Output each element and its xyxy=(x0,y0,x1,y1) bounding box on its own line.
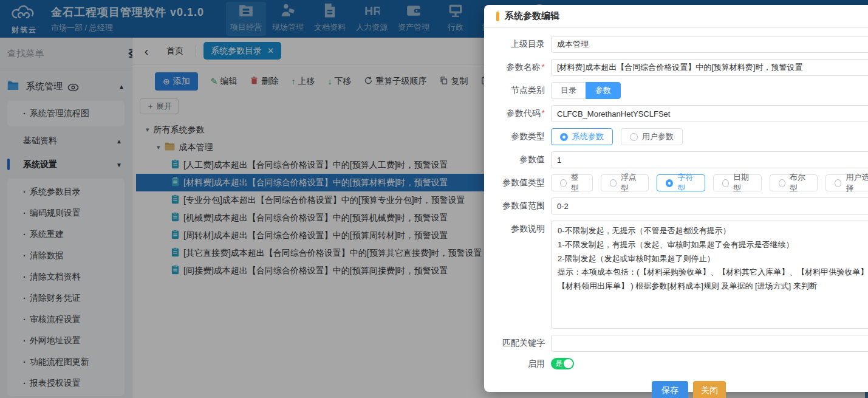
value-type-integer-radio[interactable]: 整型 xyxy=(551,174,593,191)
param-code-input[interactable] xyxy=(551,105,868,122)
enabled-label: 启用 xyxy=(489,359,545,369)
dialog-title: 系统参数编辑 xyxy=(505,10,559,22)
keyword-input[interactable] xyxy=(551,335,868,352)
dialog-body: 上级目录 参数名称* 节点类别 目录 参数 参数代码* 参数类型 系统参数 用户… xyxy=(484,28,868,398)
form-row-range: 参数值范围 xyxy=(489,197,868,214)
param-edit-dialog: 系统参数编辑 上级目录 参数名称* 节点类别 目录 参数 参数代码* 参数类型 … xyxy=(484,5,868,392)
radio-icon xyxy=(779,179,785,187)
radio-icon xyxy=(610,179,617,187)
required-marker: * xyxy=(542,108,545,118)
parent-dir-input[interactable] xyxy=(551,36,868,53)
form-row-code: 参数代码* xyxy=(489,105,868,122)
value-type-string-radio[interactable]: 字符型 xyxy=(657,174,705,191)
value-type-user-select-radio[interactable]: 用户选择 xyxy=(825,174,868,191)
node-type-label: 节点类别 xyxy=(489,85,545,96)
param-type-user-radio[interactable]: 用户参数 xyxy=(621,128,683,145)
value-type-date-radio[interactable]: 日期型 xyxy=(713,174,762,191)
param-type-label: 参数类型 xyxy=(489,131,545,142)
value-type-float-radio[interactable]: 浮点型 xyxy=(601,174,649,191)
node-type-directory-button[interactable]: 目录 xyxy=(551,82,586,99)
toggle-knob xyxy=(564,359,573,368)
radio-icon xyxy=(835,179,841,187)
keyword-label: 匹配关键字 xyxy=(489,338,545,349)
form-row-parent: 上级目录 xyxy=(489,36,868,53)
form-row-value-type: 参数值类型 整型 浮点型 字符型 日期型 布尔型 用户选择 xyxy=(489,174,868,191)
form-row-node-type: 节点类别 目录 参数 xyxy=(489,82,868,99)
form-row-enabled: 启用 是 xyxy=(489,358,868,369)
radio-icon xyxy=(666,179,673,187)
enabled-toggle[interactable]: 是 xyxy=(551,358,574,369)
form-row-name: 参数名称* xyxy=(489,59,868,76)
dialog-header: 系统参数编辑 xyxy=(484,5,868,28)
value-type-label: 参数值类型 xyxy=(489,177,545,188)
form-row-description: 参数说明 0-不限制发起，无提示（不管是否超都没有提示） 1-不限发制起，有提示… xyxy=(489,221,868,329)
value-range-label: 参数值范围 xyxy=(489,201,545,211)
dialog-footer: 保存 关闭 xyxy=(489,376,868,398)
save-button[interactable]: 保存 xyxy=(652,381,688,398)
param-desc-label: 参数说明 xyxy=(489,221,545,235)
parent-dir-label: 上级目录 xyxy=(489,39,545,50)
param-type-system-radio[interactable]: 系统参数 xyxy=(551,128,613,145)
param-value-input[interactable] xyxy=(551,151,868,168)
node-type-param-button[interactable]: 参数 xyxy=(586,82,621,99)
form-row-param-type: 参数类型 系统参数 用户参数 xyxy=(489,128,868,145)
radio-icon xyxy=(722,179,729,187)
radio-icon xyxy=(630,133,638,141)
required-marker: * xyxy=(542,62,545,72)
radio-icon xyxy=(560,179,567,187)
param-name-input[interactable] xyxy=(551,59,868,76)
value-type-bool-radio[interactable]: 布尔型 xyxy=(770,174,818,191)
param-desc-textarea[interactable]: 0-不限制发起，无提示（不管是否超都没有提示） 1-不限发制起，有提示（发起、审… xyxy=(551,221,868,329)
param-value-label: 参数值 xyxy=(489,154,545,165)
form-row-keyword: 匹配关键字 xyxy=(489,335,868,352)
value-range-input[interactable] xyxy=(551,197,868,214)
param-code-label: 参数代码* xyxy=(489,108,545,119)
form-row-value: 参数值 xyxy=(489,151,868,168)
param-name-label: 参数名称* xyxy=(489,62,545,73)
radio-icon xyxy=(560,133,568,141)
close-button[interactable]: 关闭 xyxy=(693,381,726,398)
title-accent-bar xyxy=(496,12,499,21)
